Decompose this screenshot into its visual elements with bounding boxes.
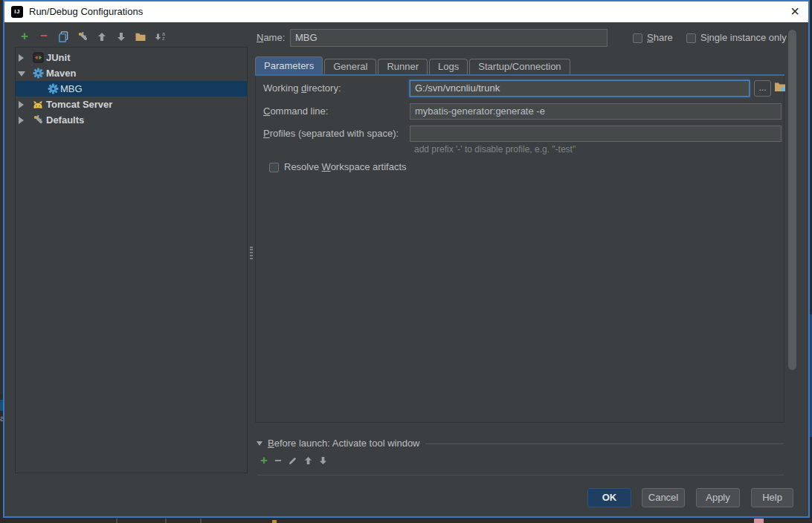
tab-general[interactable]: General (324, 59, 376, 74)
edit-task-button[interactable] (288, 456, 297, 466)
copy-configuration-button[interactable] (54, 28, 73, 45)
arrow-down-icon (117, 32, 126, 42)
working-directory-label: Working directory: (263, 80, 341, 97)
tree-item-defaults[interactable]: Defaults (16, 112, 247, 128)
move-task-up-button[interactable] (304, 456, 312, 465)
before-launch-list-edge (257, 475, 784, 475)
statusbar-divider (200, 519, 202, 523)
apply-button[interactable]: Apply (696, 488, 740, 507)
tomcat-icon (32, 99, 44, 111)
tab-runner[interactable]: Runner (378, 59, 428, 74)
profiles-label: Profiles (separated with space): (263, 126, 399, 142)
share-checkbox[interactable] (633, 33, 642, 43)
single-instance-label: Single instance only (700, 29, 787, 47)
arrow-up-icon (304, 456, 312, 465)
single-instance-checkbox[interactable] (686, 33, 696, 43)
settings-tabs: Parameters General Runner Logs Startup/C… (255, 56, 572, 74)
move-down-button[interactable] (112, 28, 131, 45)
move-task-down-button[interactable] (319, 456, 327, 465)
maven-gear-icon (48, 83, 59, 95)
close-icon[interactable]: × (790, 1, 799, 22)
tree-item-junit[interactable]: JUnit (16, 50, 247, 65)
tree-item-maven[interactable]: Maven (16, 65, 247, 81)
command-line-label: Command line: (263, 103, 328, 120)
ok-button[interactable]: OK (587, 488, 631, 507)
tree-item-label: Tomcat Server (46, 97, 112, 112)
tab-logs[interactable]: Logs (429, 59, 468, 74)
tree-item-label: Defaults (46, 112, 84, 128)
name-label: Name: (257, 29, 285, 47)
junit-icon (33, 52, 45, 64)
label-text: hare (654, 32, 673, 43)
browse-ellipsis-button[interactable]: ... (754, 80, 771, 97)
folder-plus-icon (774, 82, 786, 92)
configurations-tree: JUnit Maven MBG Tomcat Ser (15, 47, 248, 473)
before-launch-section[interactable]: Before launch: Activate tool window (257, 438, 784, 449)
section-divider (425, 444, 784, 444)
dialog-titlebar[interactable]: IJ Run/Debug Configurations × (4, 1, 808, 22)
arrow-down-icon (319, 456, 327, 465)
label-text: efore launch: Activate tool window (274, 438, 420, 449)
tab-startup-connection[interactable]: Startup/Connection (469, 59, 570, 74)
mnemonic-char: C (263, 105, 270, 117)
intellij-logo-icon: IJ (11, 6, 23, 18)
mnemonic-char: B (268, 438, 274, 449)
cancel-button[interactable]: Cancel (642, 488, 685, 507)
mnemonic-char: N (257, 32, 263, 43)
profiles-input[interactable] (410, 126, 782, 142)
add-task-button[interactable]: + (260, 454, 268, 467)
profiles-hint: add prefix '-' to disable profile, e.g. … (414, 144, 576, 155)
help-button[interactable]: Help (751, 488, 793, 507)
chevron-right-icon[interactable] (19, 101, 24, 108)
folder-icon (135, 32, 146, 42)
browse-folder-button[interactable] (774, 82, 786, 92)
wrench-icon (33, 114, 45, 126)
before-launch-toolbar: + − (260, 452, 327, 470)
chevron-down-icon[interactable] (18, 71, 25, 77)
tree-item-mbg[interactable]: MBG (16, 81, 247, 97)
command-line-input[interactable]: mybatis-generator:generate -e (410, 103, 782, 120)
edit-defaults-button[interactable] (73, 28, 92, 45)
run-debug-configurations-dialog: IJ Run/Debug Configurations × + − (3, 0, 810, 518)
vertical-scrollbar-thumb[interactable] (788, 30, 796, 370)
plus-icon: + (21, 30, 28, 43)
statusbar-divider (165, 519, 167, 523)
label-text: ommand line: (270, 105, 328, 117)
mnemonic-char: W (322, 161, 331, 172)
copy-icon (58, 31, 69, 42)
working-directory-input[interactable]: G:/svn/vncnliu/trunk (410, 80, 750, 97)
chevron-right-icon[interactable] (19, 54, 24, 62)
remove-configuration-button[interactable]: − (34, 28, 54, 45)
tree-item-label: JUnit (46, 50, 71, 65)
share-label: Share (647, 29, 673, 47)
remove-task-button[interactable]: − (274, 454, 281, 467)
move-up-button[interactable] (92, 28, 112, 45)
chevron-down-icon[interactable] (257, 441, 262, 446)
resolve-workspace-label: Resolve Workspace artifacts (284, 159, 407, 175)
wrench-icon (77, 31, 88, 42)
statusbar-pink-mark (754, 519, 764, 523)
label-text: Resolve (284, 161, 322, 172)
splitter-grip[interactable] (250, 247, 253, 259)
statusbar-divider (116, 519, 117, 523)
add-configuration-button[interactable]: + (15, 28, 34, 45)
sort-arrow-icon (155, 32, 161, 42)
tree-item-label: MBG (60, 81, 83, 97)
create-folder-button[interactable] (131, 28, 150, 45)
statusbar-yellow-mark (272, 520, 277, 523)
tree-item-tomcat-server[interactable]: Tomcat Server (16, 97, 247, 112)
tab-parameters[interactable]: Parameters (255, 56, 323, 74)
label-text: ngle instance only (709, 32, 787, 43)
minus-icon: − (40, 30, 48, 43)
label-text: rofiles (separated with space): (270, 128, 399, 139)
name-input[interactable]: MBG (290, 29, 608, 47)
label-text: ame: (263, 32, 285, 43)
chevron-right-icon[interactable] (19, 117, 24, 124)
mnemonic-char: P (263, 128, 270, 139)
resolve-workspace-checkbox[interactable] (269, 163, 279, 172)
tree-item-label: Maven (46, 65, 76, 81)
sort-configurations-button[interactable]: az (150, 28, 170, 45)
label-text: Working (263, 82, 301, 94)
before-launch-label: Before launch: Activate tool window (268, 438, 420, 449)
label-text: irectory: (306, 82, 341, 94)
